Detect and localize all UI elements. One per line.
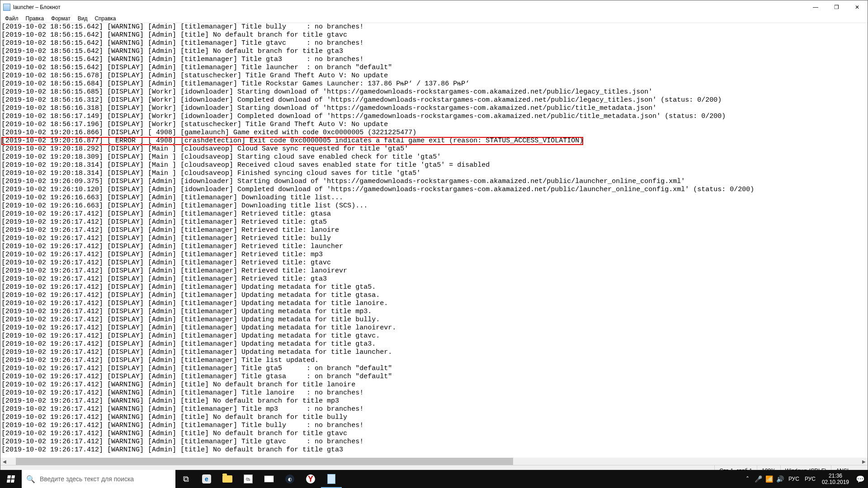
log-line[interactable]: [2019-10-02 19:26:17.412] [DISPLAY] [Adm…	[1, 308, 867, 316]
log-line[interactable]: [2019-10-02 19:20:16.877] [ ERROR ] [ 49…	[1, 137, 583, 145]
log-line[interactable]: [2019-10-02 19:26:17.412] [WARNING] [Adm…	[1, 389, 867, 397]
log-line[interactable]: [2019-10-02 18:56:15.642] [DISPLAY] [Adm…	[1, 64, 867, 72]
log-line[interactable]: [2019-10-02 19:26:17.412] [WARNING] [Adm…	[1, 422, 867, 430]
log-line[interactable]: [2019-10-02 19:20:18.292] [DISPLAY] [Mai…	[1, 145, 867, 153]
menu-view[interactable]: Вид	[74, 15, 91, 22]
log-line[interactable]: [2019-10-02 19:26:17.412] [DISPLAY] [Adm…	[1, 300, 867, 308]
log-line[interactable]: [2019-10-02 18:56:16.318] [DISPLAY] [Wor…	[1, 104, 867, 113]
log-line[interactable]: [2019-10-02 19:26:17.412] [DISPLAY] [Adm…	[1, 218, 867, 226]
menu-help[interactable]: Справка	[91, 15, 119, 22]
log-line[interactable]: [2019-10-02 19:26:10.120] [DISPLAY] [Adm…	[1, 186, 867, 194]
log-line[interactable]: [2019-10-02 19:26:17.412] [DISPLAY] [Adm…	[1, 235, 867, 243]
taskbar-app-edge[interactable]: e	[196, 470, 217, 488]
log-line[interactable]: [2019-10-02 19:26:17.412] [WARNING] [Adm…	[1, 438, 867, 446]
log-line[interactable]: [2019-10-02 19:26:17.412] [DISPLAY] [Adm…	[1, 226, 867, 235]
log-line[interactable]: [2019-10-02 18:56:15.642] [WARNING] [Adm…	[1, 47, 867, 56]
log-content[interactable]: [2019-10-02 18:56:15.642] [WARNING] [Adm…	[0, 23, 868, 454]
task-view-icon: ⧉	[183, 474, 189, 484]
log-line[interactable]: [2019-10-02 19:26:17.412] [DISPLAY] [Adm…	[1, 324, 867, 332]
menu-format[interactable]: Формат	[47, 15, 74, 22]
menu-file[interactable]: Файл	[1, 15, 22, 22]
log-line[interactable]: [2019-10-02 18:56:15.642] [WARNING] [Adm…	[1, 56, 867, 64]
tray-notifications-icon[interactable]: 💬	[853, 475, 868, 483]
log-line[interactable]: [2019-10-02 19:26:17.412] [DISPLAY] [Adm…	[1, 340, 867, 348]
horizontal-scrollbar[interactable]: ◀ ▶	[0, 458, 868, 465]
log-line[interactable]: [2019-10-02 19:20:18.309] [DISPLAY] [Mai…	[1, 153, 867, 161]
log-line[interactable]: [2019-10-02 18:56:16.312] [DISPLAY] [Wor…	[1, 96, 867, 104]
log-line[interactable]: [2019-10-02 19:26:17.412] [DISPLAY] [Adm…	[1, 365, 867, 373]
log-line[interactable]: [2019-10-02 19:26:17.412] [WARNING] [Adm…	[1, 413, 867, 422]
tray-volume-icon[interactable]: 🔊	[775, 475, 786, 483]
log-line[interactable]: [2019-10-02 19:26:17.412] [DISPLAY] [Adm…	[1, 316, 867, 324]
start-button[interactable]	[0, 470, 22, 488]
log-line[interactable]: [2019-10-02 19:26:17.412] [DISPLAY] [Adm…	[1, 275, 867, 283]
log-line[interactable]: [2019-10-02 19:26:17.412] [DISPLAY] [Adm…	[1, 259, 867, 267]
tray-expand-icon[interactable]: ˄	[742, 475, 753, 483]
tray-network-icon[interactable]: 📶	[764, 475, 775, 483]
scroll-right-icon[interactable]: ▶	[860, 458, 868, 465]
log-line[interactable]: [2019-10-02 19:20:18.314] [DISPLAY] [Mai…	[1, 169, 867, 178]
edge-icon: e	[202, 474, 211, 483]
taskbar: 🔍 Введите здесь текст для поиска ⧉ e 🛍 ◐…	[0, 470, 868, 488]
close-button[interactable]: ✕	[847, 0, 868, 14]
log-line[interactable]: [2019-10-02 19:26:17.412] [DISPLAY] [Adm…	[1, 210, 867, 218]
tray-lang-1[interactable]: РУС	[786, 476, 802, 482]
log-line[interactable]: [2019-10-02 18:56:15.678] [DISPLAY] [Adm…	[1, 72, 867, 80]
log-line[interactable]: [2019-10-02 19:20:18.314] [DISPLAY] [Mai…	[1, 161, 867, 169]
log-line[interactable]: [2019-10-02 19:26:09.375] [DISPLAY] [Adm…	[1, 178, 867, 186]
log-line[interactable]: [2019-10-02 18:56:15.684] [DISPLAY] [Adm…	[1, 80, 867, 88]
log-line[interactable]: [2019-10-02 19:26:17.412] [DISPLAY] [Adm…	[1, 348, 867, 357]
maximize-button[interactable]: ❐	[826, 0, 847, 14]
titlebar[interactable]: launcher – Блокнот — ❐ ✕	[0, 0, 868, 14]
log-line[interactable]: [2019-10-02 18:56:15.642] [WARNING] [Adm…	[1, 23, 867, 31]
store-icon: 🛍	[244, 474, 253, 483]
tray-lang-2[interactable]: РУС	[802, 476, 818, 482]
tray-time: 21:36	[829, 473, 842, 479]
system-tray: ˄ 🎤 📶 🔊 РУС РУС 21:36 02.10.2019 💬	[742, 470, 868, 488]
log-line[interactable]: [2019-10-02 19:20:16.866] [DISPLAY] [ 49…	[1, 129, 867, 137]
scroll-thumb[interactable]	[16, 458, 513, 465]
taskbar-app-explorer[interactable]	[217, 470, 238, 488]
log-line[interactable]: [2019-10-02 19:26:17.412] [DISPLAY] [Adm…	[1, 291, 867, 300]
log-line[interactable]: [2019-10-02 19:26:17.412] [DISPLAY] [Adm…	[1, 332, 867, 340]
log-line[interactable]: [2019-10-02 18:56:15.685] [DISPLAY] [Wor…	[1, 88, 867, 96]
log-line[interactable]: [2019-10-02 19:26:16.663] [DISPLAY] [Adm…	[1, 202, 867, 210]
tray-date: 02.10.2019	[822, 479, 849, 485]
log-line[interactable]: [2019-10-02 19:26:16.663] [DISPLAY] [Adm…	[1, 194, 867, 202]
log-line[interactable]: [2019-10-02 18:56:15.642] [WARNING] [Adm…	[1, 39, 867, 47]
tray-clock[interactable]: 21:36 02.10.2019	[818, 473, 853, 485]
log-line[interactable]: [2019-10-02 19:26:17.412] [DISPLAY] [Adm…	[1, 283, 867, 291]
notepad-window: launcher – Блокнот — ❐ ✕ Файл Правка Фор…	[0, 0, 868, 477]
scroll-left-icon[interactable]: ◀	[0, 458, 8, 465]
log-line[interactable]: [2019-10-02 19:26:17.412] [WARNING] [Adm…	[1, 397, 867, 405]
log-line[interactable]: [2019-10-02 19:26:17.412] [WARNING] [Adm…	[1, 405, 867, 413]
taskbar-app-steam[interactable]: ◐	[279, 470, 300, 488]
menu-edit[interactable]: Правка	[22, 15, 48, 22]
log-line[interactable]: [2019-10-02 19:26:17.412] [DISPLAY] [Adm…	[1, 251, 867, 259]
mail-icon	[264, 475, 274, 483]
task-view-button[interactable]: ⧉	[175, 470, 196, 488]
log-line[interactable]: [2019-10-02 19:26:17.412] [WARNING] [Adm…	[1, 446, 867, 454]
window-title: launcher – Блокнот	[13, 4, 61, 10]
tray-microphone-icon[interactable]: 🎤	[753, 475, 764, 483]
log-line[interactable]: [2019-10-02 19:26:17.412] [DISPLAY] [Adm…	[1, 373, 867, 381]
taskbar-app-store[interactable]: 🛍	[238, 470, 259, 488]
taskbar-app-notepad[interactable]	[321, 470, 342, 488]
search-icon: 🔍	[22, 475, 40, 483]
yandex-icon: Y	[306, 474, 315, 483]
minimize-button[interactable]: —	[805, 0, 826, 14]
log-line[interactable]: [2019-10-02 19:26:17.412] [DISPLAY] [Adm…	[1, 267, 867, 275]
log-line[interactable]: [2019-10-02 18:56:17.196] [DISPLAY] [Wor…	[1, 121, 867, 129]
search-placeholder: Введите здесь текст для поиска	[40, 475, 134, 483]
log-line[interactable]: [2019-10-02 19:26:17.412] [DISPLAY] [Adm…	[1, 357, 867, 365]
menubar: Файл Правка Формат Вид Справка	[0, 14, 868, 23]
log-line[interactable]: [2019-10-02 19:26:17.412] [WARNING] [Adm…	[1, 381, 867, 389]
log-line[interactable]: [2019-10-02 19:26:17.412] [DISPLAY] [Adm…	[1, 243, 867, 251]
taskbar-app-mail[interactable]	[259, 470, 279, 488]
taskbar-app-yandex[interactable]: Y	[300, 470, 321, 488]
log-line[interactable]: [2019-10-02 18:56:15.642] [WARNING] [Adm…	[1, 31, 867, 39]
log-line[interactable]: [2019-10-02 18:56:17.149] [DISPLAY] [Wor…	[1, 113, 867, 121]
log-line[interactable]: [2019-10-02 19:26:17.412] [WARNING] [Adm…	[1, 430, 867, 438]
text-area[interactable]: [2019-10-02 18:56:15.642] [WARNING] [Adm…	[0, 23, 868, 476]
taskbar-search[interactable]: 🔍 Введите здесь текст для поиска	[22, 470, 175, 488]
